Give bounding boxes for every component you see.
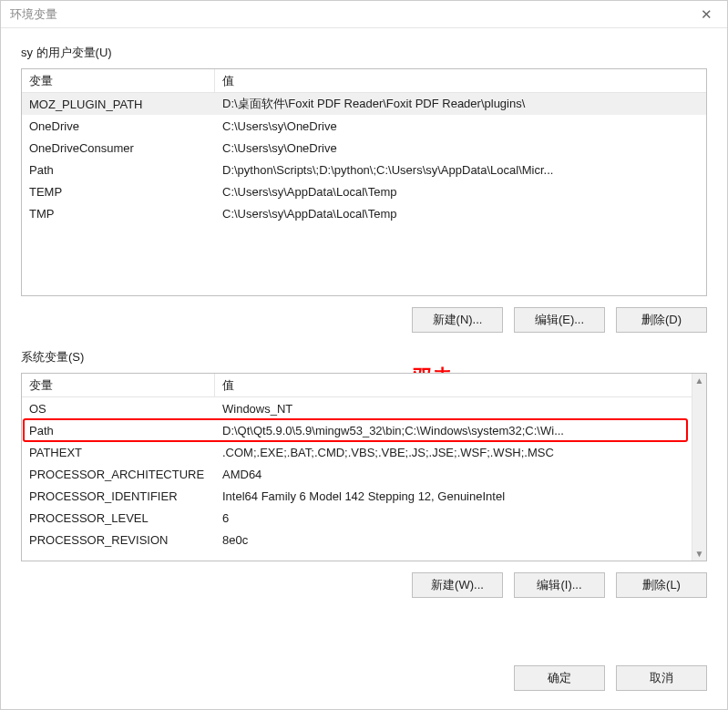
cell-variable: OneDriveConsumer (22, 141, 215, 155)
cell-variable: Path (22, 424, 215, 437)
table-row[interactable]: MOZ_PLUGIN_PATH D:\桌面软件\Foxit PDF Reader… (22, 93, 706, 115)
cell-value: Intel64 Family 6 Model 142 Stepping 12, … (215, 489, 692, 503)
dialog-content: sy 的用户变量(U) 变量 值 MOZ_PLUGIN_PATH D:\桌面软件… (1, 28, 727, 651)
system-table-body: OS Windows_NT Path D:\Qt\Qt5.9.0\5.9\min… (22, 397, 706, 551)
col-header-value[interactable]: 值 (215, 374, 706, 397)
user-new-button[interactable]: 新建(N)... (412, 307, 503, 333)
cell-variable: PROCESSOR_ARCHITECTURE (22, 468, 215, 481)
user-delete-button[interactable]: 删除(D) (616, 307, 707, 333)
table-row[interactable]: PROCESSOR_ARCHITECTURE AMD64 (22, 463, 692, 485)
table-row[interactable]: Path D:\python\Scripts\;D:\python\;C:\Us… (22, 159, 706, 180)
user-vars-label: sy 的用户变量(U) (21, 45, 707, 61)
table-row[interactable]: OS Windows_NT (22, 397, 692, 419)
cell-value: 8e0c (215, 533, 692, 547)
system-new-button[interactable]: 新建(W)... (412, 572, 503, 598)
cell-value: D:\python\Scripts\;D:\python\;C:\Users\s… (215, 163, 706, 177)
cell-value: 6 (215, 511, 692, 525)
cell-value: C:\Users\sy\AppData\Local\Temp (215, 185, 706, 199)
scrollbar[interactable]: ▲ ▼ (692, 374, 706, 561)
table-row[interactable]: TEMP C:\Users\sy\AppData\Local\Temp (22, 180, 706, 202)
cell-value: C:\Users\sy\OneDrive (215, 119, 706, 133)
system-vars-label: 系统变量(S) (21, 349, 707, 365)
table-row[interactable]: OneDriveConsumer C:\Users\sy\OneDrive (22, 137, 706, 159)
cell-value: D:\Qt\Qt5.9.0\5.9\mingw53_32\bin;C:\Wind… (215, 424, 692, 437)
cell-variable: OS (22, 402, 215, 416)
table-row[interactable]: TMP C:\Users\sy\AppData\Local\Temp (22, 202, 706, 224)
cell-variable: PROCESSOR_LEVEL (22, 511, 215, 525)
cell-value: Windows_NT (215, 402, 692, 416)
system-edit-button[interactable]: 编辑(I)... (514, 572, 605, 598)
table-row[interactable]: OneDrive C:\Users\sy\OneDrive (22, 115, 706, 137)
system-vars-table[interactable]: 变量 值 OS Windows_NT Path D:\Qt\Qt5.9.0\5.… (21, 373, 707, 561)
system-vars-group: 系统变量(S) 双击 变量 值 OS Windows_NT Path D:\Qt… (21, 349, 707, 598)
cell-value: C:\Users\sy\OneDrive (215, 141, 706, 155)
cell-value: D:\桌面软件\Foxit PDF Reader\Foxit PDF Reade… (215, 96, 706, 112)
cell-variable: PROCESSOR_REVISION (22, 533, 215, 547)
table-row[interactable]: PATHEXT .COM;.EXE;.BAT;.CMD;.VBS;.VBE;.J… (22, 441, 692, 463)
cell-variable: TMP (22, 207, 215, 221)
env-vars-dialog: 环境变量 ✕ sy 的用户变量(U) 变量 值 MOZ_PLUGIN_PATH … (0, 0, 728, 710)
user-buttons-row: 新建(N)... 编辑(E)... 删除(D) (21, 307, 707, 333)
system-table-head: 变量 值 (22, 374, 706, 397)
system-buttons-row: 新建(W)... 编辑(I)... 删除(L) (21, 572, 707, 598)
cell-value: C:\Users\sy\AppData\Local\Temp (215, 207, 706, 221)
table-row-path[interactable]: Path D:\Qt\Qt5.9.0\5.9\mingw53_32\bin;C:… (22, 419, 692, 441)
cell-value: .COM;.EXE;.BAT;.CMD;.VBS;.VBE;.JS;.JSE;.… (215, 446, 692, 459)
titlebar: 环境变量 ✕ (1, 1, 727, 28)
table-row[interactable]: PROCESSOR_IDENTIFIER Intel64 Family 6 Mo… (22, 485, 692, 507)
close-icon[interactable]: ✕ (693, 5, 720, 25)
user-vars-group: sy 的用户变量(U) 变量 值 MOZ_PLUGIN_PATH D:\桌面软件… (21, 45, 707, 333)
cell-variable: Path (22, 163, 215, 177)
cell-variable: TEMP (22, 185, 215, 199)
dialog-footer: 确定 取消 (1, 651, 727, 709)
col-header-variable[interactable]: 变量 (22, 69, 215, 93)
cell-variable: PROCESSOR_IDENTIFIER (22, 489, 215, 503)
cell-variable: MOZ_PLUGIN_PATH (22, 98, 215, 111)
col-header-variable[interactable]: 变量 (22, 374, 215, 397)
scroll-up-icon[interactable]: ▲ (695, 374, 704, 387)
ok-button[interactable]: 确定 (514, 665, 605, 691)
system-delete-button[interactable]: 删除(L) (616, 572, 707, 598)
window-title: 环境变量 (10, 6, 57, 23)
user-table-body: MOZ_PLUGIN_PATH D:\桌面软件\Foxit PDF Reader… (22, 93, 706, 224)
table-row[interactable]: PROCESSOR_LEVEL 6 (22, 507, 692, 529)
user-vars-table[interactable]: 变量 值 MOZ_PLUGIN_PATH D:\桌面软件\Foxit PDF R… (21, 68, 707, 296)
user-edit-button[interactable]: 编辑(E)... (514, 307, 605, 333)
user-table-head: 变量 值 (22, 69, 706, 93)
cancel-button[interactable]: 取消 (616, 665, 707, 691)
col-header-value[interactable]: 值 (215, 69, 706, 93)
table-row[interactable]: PROCESSOR_REVISION 8e0c (22, 529, 692, 551)
cell-value: AMD64 (215, 468, 692, 481)
scroll-down-icon[interactable]: ▼ (695, 547, 704, 561)
cell-variable: OneDrive (22, 119, 215, 133)
cell-variable: PATHEXT (22, 446, 215, 459)
